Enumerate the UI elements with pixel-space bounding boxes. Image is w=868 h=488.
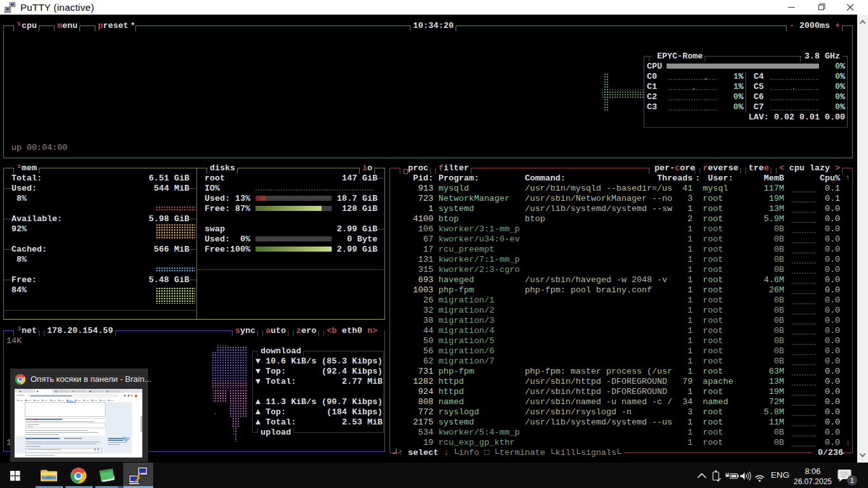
- svg-text:1: 1: [850, 477, 854, 484]
